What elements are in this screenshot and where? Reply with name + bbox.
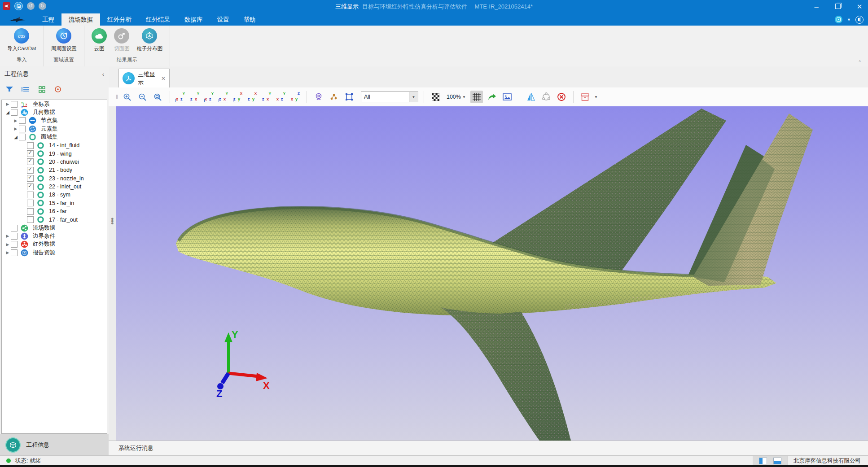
tab-3d-view[interactable]: 三维显示 ✕ <box>118 69 170 87</box>
grid-view-button[interactable] <box>37 84 47 94</box>
toolbar-drag-handle[interactable]: ‖ <box>116 94 118 100</box>
close-button[interactable]: ✕ <box>855 3 864 11</box>
tree-row[interactable]: ▶元素集 <box>2 125 107 133</box>
tree-expander-collapsed-icon[interactable]: ▶ <box>4 242 11 247</box>
export-view-button[interactable] <box>486 91 498 103</box>
minimize-button[interactable]: ─ <box>811 4 821 10</box>
tree-row[interactable]: ▶节点集 <box>2 117 107 125</box>
ribbon-button-clock[interactable]: 周期面设置 <box>48 28 80 57</box>
list-view-button[interactable] <box>21 84 31 94</box>
tree-checkbox[interactable] <box>27 142 34 149</box>
tree-checkbox[interactable] <box>27 167 34 174</box>
tree-expander-collapsed-icon[interactable]: ▶ <box>4 250 11 255</box>
view-orientation-xz-icon-7[interactable]: Yxz <box>276 92 287 102</box>
tree-checkbox[interactable] <box>19 134 26 140</box>
tree-row[interactable]: 21 - body <box>2 166 107 174</box>
tree-row[interactable]: ◢几何数据 <box>2 108 107 116</box>
menu-item-0[interactable]: 工程 <box>35 13 61 26</box>
view-mode-button[interactable] <box>835 16 842 23</box>
tree-row[interactable]: 22 - inlet_out <box>2 183 107 191</box>
ribbon-button-particles[interactable]: 粒子分布图 <box>134 28 166 57</box>
tree-checkbox[interactable] <box>27 150 34 157</box>
tree-checkbox[interactable] <box>27 208 34 215</box>
tree-row[interactable]: 19 - wing <box>2 149 107 157</box>
tree-row[interactable]: ◢面域集 <box>2 133 107 141</box>
tree-checkbox[interactable] <box>11 249 18 256</box>
tree-row[interactable]: 18 - sym <box>2 191 107 199</box>
zoom-level-dropdown[interactable]: 100% ▼ <box>445 94 468 100</box>
locate-button[interactable] <box>53 84 63 94</box>
bottom-panel-tab[interactable]: 工程信息 <box>0 434 109 455</box>
zoom-fit-button[interactable] <box>152 91 164 103</box>
tree-row[interactable]: ▶报告资源 <box>2 249 107 257</box>
panel-collapse-button[interactable]: ‹ <box>102 71 104 78</box>
tree-checkbox[interactable] <box>11 225 18 231</box>
menubar-dropdown-caret[interactable]: ▼ <box>847 17 851 22</box>
menu-item-5[interactable]: 设置 <box>210 13 237 26</box>
mesh-toggle-button[interactable] <box>470 91 483 103</box>
tree-checkbox[interactable] <box>27 192 34 198</box>
tree-checkbox[interactable] <box>27 183 34 190</box>
maximize-button[interactable] <box>833 4 843 10</box>
box-select-button[interactable] <box>343 91 355 103</box>
view-orientation-xz-icon-2[interactable]: Yxz <box>204 92 215 102</box>
layout-toggle-bottom-icon[interactable] <box>773 458 781 464</box>
screenshot-button[interactable] <box>501 91 513 103</box>
combo-dropdown-button[interactable]: ▼ <box>409 92 418 102</box>
tree-row[interactable]: ▶红外数据 <box>2 240 107 249</box>
tree-checkbox[interactable] <box>27 158 34 165</box>
tree-row[interactable]: 23 - nozzle_in <box>2 175 107 183</box>
opacity-button[interactable] <box>430 91 442 103</box>
particle-trace-button[interactable] <box>328 91 340 103</box>
tree-checkbox[interactable] <box>11 233 18 240</box>
tree-checkbox[interactable] <box>19 126 26 132</box>
tree-checkbox[interactable] <box>11 241 18 248</box>
view-orientation-zx-icon-6[interactable]: Yzx <box>262 92 272 102</box>
tree-expander-collapsed-icon[interactable]: ▶ <box>13 127 19 131</box>
tree-row[interactable]: 20 - chuiwei <box>2 158 107 166</box>
periodic-copy-button[interactable] <box>540 91 552 103</box>
cancel-button[interactable] <box>555 91 568 103</box>
menu-item-3[interactable]: 红外结果 <box>139 13 177 26</box>
viewport-3d[interactable]: Y X Z <box>116 106 868 441</box>
help-book-button[interactable] <box>855 16 864 24</box>
archive-box-button[interactable] <box>579 91 592 103</box>
tree-row[interactable]: 16 - far <box>2 207 107 215</box>
view-orientation-xz-icon-0[interactable]: Yxz <box>175 92 186 102</box>
layout-toggle-left-icon[interactable] <box>759 458 767 464</box>
menu-item-1[interactable]: 流场数据 <box>61 13 100 26</box>
tree-checkbox[interactable] <box>19 117 26 124</box>
tree-expander-expanded-icon[interactable]: ◢ <box>4 110 11 115</box>
archive-caret-icon[interactable]: ▼ <box>594 95 598 99</box>
tree-checkbox[interactable] <box>11 109 18 116</box>
message-panel-header[interactable]: 系统运行消息 <box>109 441 868 455</box>
tree-expander-expanded-icon[interactable]: ◢ <box>13 135 19 140</box>
display-filter-combobox[interactable]: All ▼ <box>361 92 418 102</box>
tab-close-icon[interactable]: ✕ <box>161 75 166 82</box>
ribbon-button-cloud[interactable]: 云图 <box>89 28 110 57</box>
splitter[interactable]: ●●● <box>109 106 116 441</box>
camera-view-button[interactable] <box>312 91 325 103</box>
tree-row[interactable]: ▶边界条件 <box>2 232 107 240</box>
tree-expander-collapsed-icon[interactable]: ▶ <box>4 102 11 106</box>
tree-row[interactable]: 15 - far_in <box>2 199 107 207</box>
tree-row[interactable]: ▶YZX坐标系 <box>2 100 107 108</box>
tree-checkbox[interactable] <box>11 101 18 108</box>
view-orientation-zy-icon-4[interactable]: Xzy <box>233 92 244 102</box>
tree-checkbox[interactable] <box>27 175 34 182</box>
menu-item-4[interactable]: 数据库 <box>177 13 210 26</box>
ribbon-button-cas[interactable]: cas导入Cas/Dat <box>4 28 39 57</box>
tree-checkbox[interactable] <box>27 216 34 223</box>
zoom-out-button[interactable] <box>136 91 149 103</box>
zoom-in-button[interactable] <box>121 91 134 103</box>
mirror-button[interactable] <box>525 91 537 103</box>
filter-button[interactable] <box>4 84 14 94</box>
tree-expander-collapsed-icon[interactable]: ▶ <box>4 234 11 238</box>
tree-checkbox[interactable] <box>27 200 34 206</box>
tree-row[interactable]: 流场数据 <box>2 224 107 232</box>
view-orientation-xy-icon-8[interactable]: Zxy <box>290 92 301 102</box>
ribbon-collapse-chevron[interactable]: ⌃ <box>858 60 862 65</box>
view-orientation-zy-icon-5[interactable]: Xzy <box>247 92 258 102</box>
tree-row[interactable]: 14 - int_fluid <box>2 141 107 149</box>
tree-row[interactable]: 17 - far_out <box>2 215 107 223</box>
